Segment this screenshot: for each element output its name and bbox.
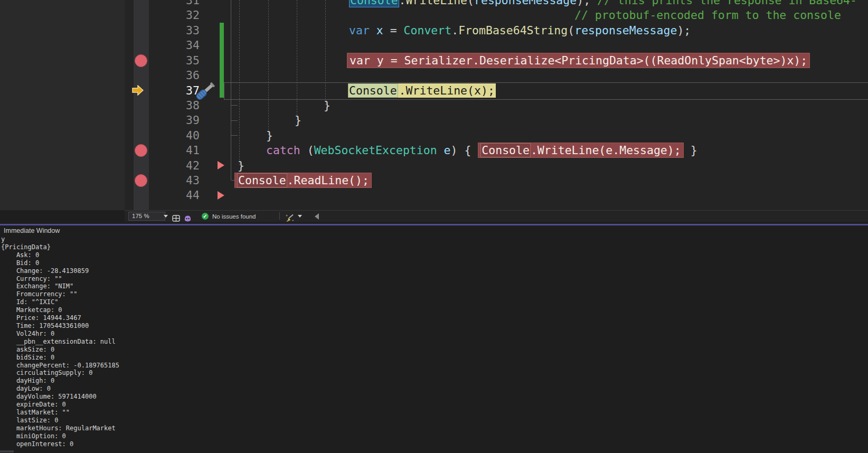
svg-text:+: +	[286, 214, 288, 218]
code-token: Console	[350, 0, 398, 7]
editor-status-bar: 175 % ✓ No issues found + +	[125, 210, 868, 222]
code-token: WriteLine	[406, 0, 468, 7]
code-token: var y = Serializer.Deserialize<PricingDa…	[350, 54, 807, 67]
code-token: WebSocketException	[314, 144, 437, 157]
breakpoint-icon[interactable]	[135, 54, 147, 67]
code-token: FromBase64String	[458, 24, 568, 37]
vs-debug-screen: 3132333435363738394041424344 Console.Wri…	[0, 0, 868, 453]
code-line-41[interactable]: catch (WebSocketException e) { Console.W…	[266, 143, 697, 158]
code-token: x	[376, 24, 383, 37]
zoom-level-value: 175 %	[132, 213, 149, 219]
code-cleanup-icon[interactable]: + +	[285, 212, 295, 223]
code-token: Console	[237, 173, 287, 187]
statement-highlight: Console.ReadLine();	[234, 173, 372, 188]
scrollbar-fragment[interactable]	[0, 450, 14, 452]
immediate-window-content[interactable]: y {PricingData} Ask: 0 Bid: 0 Change: -2…	[1, 235, 119, 448]
code-line-42[interactable]: }	[238, 158, 244, 173]
code-token: Convert	[404, 24, 452, 37]
scroll-left-icon[interactable]	[315, 213, 319, 220]
code-token: Console	[480, 143, 531, 157]
code-token: e	[444, 144, 451, 157]
cleanup-dropdown[interactable]	[298, 211, 302, 222]
code-token: (	[300, 144, 314, 157]
red-change-marker-icon	[218, 191, 224, 200]
code-token: );	[577, 0, 597, 7]
immediate-window-title: Immediate Window	[4, 227, 60, 234]
code-token	[370, 24, 376, 37]
code-token: responseMessage	[574, 24, 677, 37]
code-token: catch	[266, 144, 300, 157]
code-token: var	[349, 24, 370, 37]
code-line-38[interactable]: }	[324, 98, 331, 113]
code-token: .	[399, 0, 406, 7]
code-line-32[interactable]: // protobuf-encoded form to the console	[574, 7, 841, 23]
status-divider	[279, 212, 280, 220]
code-token: }	[238, 159, 244, 172]
code-token: );	[677, 24, 691, 37]
statement-highlight: var y = Serializer.Deserialize<PricingDa…	[347, 53, 810, 68]
health-message: No issues found	[212, 213, 256, 220]
chevron-down-icon	[164, 215, 168, 218]
zoom-dropdown[interactable]	[164, 211, 168, 222]
code-line-37[interactable]: Console.WriteLine(x);	[348, 83, 496, 98]
browser-grid-icon[interactable]	[172, 213, 180, 224]
code-token: // this prints the response in Base64-	[597, 0, 857, 7]
code-token: (	[568, 24, 574, 37]
code-token: .ReadLine();	[287, 174, 369, 187]
code-token: }	[295, 114, 301, 127]
screwdriver-icon[interactable]	[193, 82, 218, 101]
code-token: ) {	[451, 144, 478, 157]
code-token: Console	[348, 83, 398, 98]
zoom-level-select[interactable]: 175 %	[128, 212, 165, 221]
code-line-31[interactable]: Console.WriteLine(responseMessage); // t…	[349, 0, 857, 8]
code-token: .	[451, 24, 458, 37]
code-token: }	[266, 129, 273, 142]
svg-text:+: +	[292, 219, 294, 222]
immediate-window: Immediate Window y {PricingData} Ask: 0 …	[0, 225, 868, 453]
symbol-selection: Console	[349, 0, 399, 7]
code-token: }	[684, 144, 697, 157]
code-token: }	[324, 99, 331, 112]
code-token: responseMessage	[474, 0, 577, 7]
code-token: (	[467, 0, 474, 7]
code-line-43[interactable]: Console.ReadLine();	[234, 173, 372, 188]
code-line-39[interactable]: }	[295, 112, 301, 128]
code-token: .WriteLine(x);	[398, 83, 496, 98]
code-line-35[interactable]: var y = Serializer.Deserialize<PricingDa…	[347, 53, 810, 68]
code-token: // protobuf-encoded form to the console	[574, 8, 841, 22]
chevron-down-icon	[298, 215, 302, 218]
code-token: =	[383, 24, 404, 37]
copilot-icon[interactable]	[184, 213, 192, 224]
current-statement-arrow-icon[interactable]	[132, 85, 144, 96]
code-editor[interactable]: 3132333435363738394041424344 Console.Wri…	[0, 0, 868, 210]
red-change-marker-icon	[218, 161, 224, 169]
code-line-40[interactable]: }	[266, 128, 273, 143]
check-circle-icon: ✓	[202, 213, 209, 220]
health-indicator[interactable]: ✓ No issues found	[202, 211, 256, 222]
code-line-33[interactable]: var x = Convert.FromBase64String(respons…	[349, 23, 691, 38]
code-token: .WriteLine(e.Message);	[531, 144, 681, 157]
statement-highlight: Console.WriteLine(e.Message);	[478, 143, 683, 158]
code-layer[interactable]: Console.WriteLine(responseMessage); // t…	[0, 0, 868, 210]
code-token	[437, 144, 444, 157]
